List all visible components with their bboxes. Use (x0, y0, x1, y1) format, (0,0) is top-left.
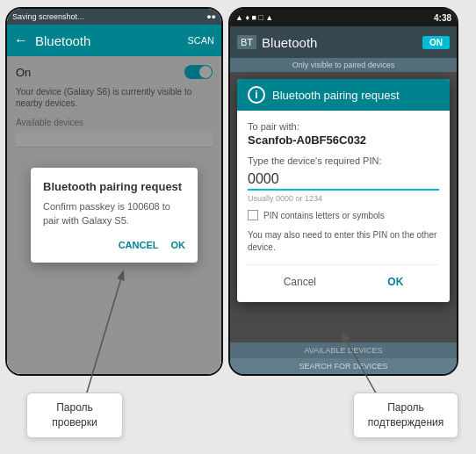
pin-checkbox-row: PIN contains letters or symbols (248, 210, 439, 220)
right-phone: ▲ ♦ ■ □ ▲ 4:38 BT Bluetooth ON Only visi… (228, 7, 458, 376)
right-status-icons: ▲ ♦ ■ □ ▲ (235, 13, 273, 22)
dialog-body-left: Confirm passkey is 100608 to pair with G… (43, 200, 185, 227)
phones-container: Saving screenshot... ●● ← Bluetooth SCAN… (0, 7, 476, 385)
left-phone-screen: Saving screenshot... ●● ← Bluetooth SCAN… (7, 9, 221, 374)
dialog-header-right: i Bluetooth pairing request (237, 79, 450, 111)
pairing-dialog-left: Bluetooth pairing request Confirm passke… (31, 168, 198, 263)
pin-label: Type the device's required PIN: (248, 155, 439, 166)
pin-hint: Usually 0000 or 1234 (248, 194, 439, 203)
cancel-button-left[interactable]: CANCEL (119, 240, 159, 250)
pin-notice: You may also need to enter this PIN on t… (248, 229, 439, 254)
pin-checkbox[interactable] (248, 210, 258, 220)
left-phone: Saving screenshot... ●● ← Bluetooth SCAN… (5, 7, 223, 376)
right-phone-content: i Bluetooth pairing request To pair with… (230, 72, 457, 342)
visible-banner: Only visible to paired devices (230, 58, 457, 72)
ok-button-left[interactable]: OK (171, 240, 186, 250)
dialog-buttons-right: Cancel OK (248, 264, 439, 292)
callout-bubble-right: Парольподтверждения (353, 393, 458, 438)
back-arrow-icon[interactable]: ← (14, 32, 28, 48)
callout-right: Парольподтверждения (353, 393, 458, 438)
left-bluetooth-header: ← Bluetooth SCAN (7, 25, 221, 56)
dialog-title-left: Bluetooth pairing request (43, 180, 185, 193)
dialog-overlay-left: Bluetooth pairing request Confirm passke… (7, 56, 221, 374)
search-for-devices-bar[interactable]: SEARCH FOR DEVICES (230, 358, 457, 374)
available-devices-bar: AVAILABLE DEVICES (230, 342, 457, 358)
status-time: 4:38 (434, 13, 451, 23)
callout-right-text: Парольподтверждения (368, 401, 444, 429)
on-badge: ON (422, 36, 450, 49)
callout-bubble-left: Парольпроверки (26, 393, 123, 438)
callout-left: Парольпроверки (26, 393, 123, 438)
right-phone-screen: ▲ ♦ ■ □ ▲ 4:38 BT Bluetooth ON Only visi… (230, 9, 457, 374)
cancel-button-right[interactable]: Cancel (270, 272, 330, 292)
pin-checkbox-label: PIN contains letters or symbols (263, 211, 385, 220)
bluetooth-icon: BT (237, 35, 256, 49)
scan-button[interactable]: SCAN (187, 35, 214, 46)
dialog-buttons-left: CANCEL OK (43, 240, 185, 250)
device-name: Scanfob-A0BF56C032 (248, 133, 439, 147)
right-bluetooth-header: BT Bluetooth ON (230, 26, 457, 58)
info-icon: i (248, 86, 265, 104)
right-header-title: Bluetooth (262, 35, 422, 50)
saving-text: Saving screenshot... (12, 12, 206, 21)
left-header-title: Bluetooth (35, 33, 187, 48)
dialog-title-right: Bluetooth pairing request (272, 89, 400, 102)
left-phone-content: On Your device (Galaxy S6) is currently … (7, 56, 221, 374)
dialog-body-right: To pair with: Scanfob-A0BF56C032 Type th… (237, 111, 450, 302)
pin-value[interactable]: 0000 (248, 171, 279, 186)
pin-input-row: 0000 (248, 171, 439, 191)
left-status-bar: Saving screenshot... ●● (7, 9, 221, 25)
bottom-bars: AVAILABLE DEVICES SEARCH FOR DEVICES (230, 342, 457, 374)
ok-button-right[interactable]: OK (373, 272, 417, 292)
pair-with-label: To pair with: (248, 121, 439, 132)
callout-left-text: Парольпроверки (52, 401, 97, 429)
pairing-dialog-right: i Bluetooth pairing request To pair with… (237, 79, 450, 302)
right-status-bar: ▲ ♦ ■ □ ▲ 4:38 (230, 9, 457, 26)
left-status-icons: ●● (206, 12, 216, 21)
